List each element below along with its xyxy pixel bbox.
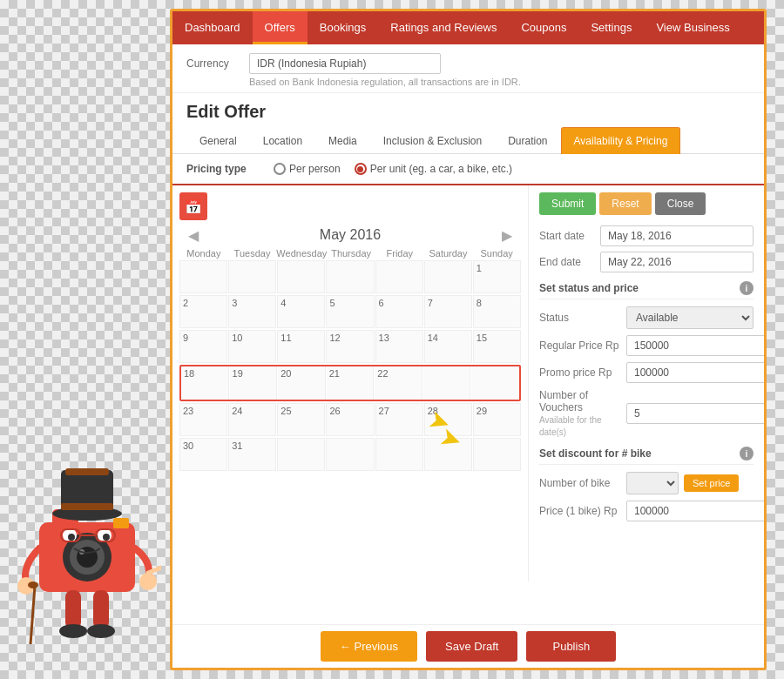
regular-price-input[interactable]	[626, 335, 764, 356]
footer-bar: ← Previous Save Draft Publish	[172, 624, 764, 668]
close-button[interactable]: Close	[655, 192, 706, 215]
status-section-header: Set status and price i	[539, 281, 754, 299]
cal-cell-highlighted[interactable]: 20	[278, 366, 326, 400]
nav-bar: Dashboard Offers Bookings Ratings and Re…	[172, 11, 764, 44]
svg-point-23	[59, 624, 87, 638]
calendar-week-2: 2 3 4 5 6 7 8	[179, 295, 521, 328]
status-section-badge: i	[740, 281, 754, 295]
nav-ratings[interactable]: Ratings and Reviews	[378, 11, 509, 44]
svg-point-9	[68, 534, 75, 541]
tab-media[interactable]: Media	[315, 127, 370, 154]
tab-inclusion-exclusion[interactable]: Inclusion & Exclusion	[370, 127, 495, 154]
tab-availability-pricing[interactable]: Availability & Pricing	[561, 127, 681, 154]
calendar-header: ◀ May 2016 ▶	[179, 227, 521, 243]
status-row: Status Available	[539, 306, 754, 329]
cal-cell[interactable]: 4	[277, 295, 325, 328]
radio-per-person[interactable]: Per person	[274, 163, 341, 175]
nav-coupons[interactable]: Coupons	[509, 11, 578, 44]
tab-duration[interactable]: Duration	[495, 127, 560, 154]
status-section-title: Set status and price	[539, 282, 639, 294]
cal-cell[interactable]	[228, 260, 276, 293]
cal-cell[interactable]: 6	[375, 295, 423, 328]
discount-section-badge: i	[740, 447, 754, 461]
nav-settings[interactable]: Settings	[578, 11, 644, 44]
cal-cell[interactable]: 8	[473, 295, 521, 328]
cal-cell[interactable]	[473, 438, 521, 471]
cal-cell[interactable]: 23	[179, 403, 227, 436]
cal-cell[interactable]	[326, 438, 374, 471]
cal-cell[interactable]: 30	[179, 438, 227, 471]
previous-button[interactable]: ← Previous	[321, 631, 417, 662]
cal-cell[interactable]: 9	[179, 330, 227, 363]
tab-location[interactable]: Location	[250, 127, 315, 154]
cal-cell[interactable]: 11	[277, 330, 325, 363]
start-date-input[interactable]	[600, 225, 754, 246]
cal-cell[interactable]	[326, 260, 374, 293]
start-date-row: Start date	[539, 225, 754, 246]
cal-cell[interactable]: 14	[424, 330, 472, 363]
cal-cell[interactable]	[179, 260, 227, 293]
cal-cell[interactable]: 12	[326, 330, 374, 363]
cal-cell[interactable]: 31	[228, 438, 276, 471]
cal-cell[interactable]: 2	[179, 295, 227, 328]
status-label: Status	[539, 312, 626, 324]
currency-label: Currency	[186, 57, 239, 70]
publish-button[interactable]: Publish	[526, 631, 616, 662]
end-date-input[interactable]	[600, 252, 754, 272]
cal-cell[interactable]: 7	[424, 295, 472, 328]
svg-rect-6	[113, 518, 129, 528]
currency-note: Based on Bank Indonesia regulation, all …	[186, 77, 750, 87]
nav-view-business[interactable]: View Business	[644, 11, 741, 44]
cal-cell[interactable]: 3	[228, 295, 276, 328]
promo-price-input[interactable]	[626, 362, 764, 383]
cal-cell[interactable]: 15	[473, 330, 521, 363]
price-bike-label: Price (1 bike) Rp	[539, 505, 626, 517]
submit-button[interactable]: Submit	[539, 192, 596, 215]
cal-cell[interactable]: 5	[326, 295, 374, 328]
cal-cell[interactable]: 13	[375, 330, 423, 363]
cal-cell[interactable]	[423, 366, 471, 400]
cal-cell[interactable]	[424, 260, 472, 293]
cal-cell[interactable]	[375, 438, 423, 471]
cal-cell[interactable]: 10	[228, 330, 276, 363]
calendar-week-4-highlighted: 18 19 20 21 22	[179, 365, 521, 401]
reset-button[interactable]: Reset	[599, 192, 651, 215]
nav-offers[interactable]: Offers	[253, 11, 308, 44]
price-bike-row: Price (1 bike) Rp per bike	[539, 501, 754, 521]
calendar-week-3: 9 10 11 12 13 14 15	[179, 330, 521, 363]
cal-cell[interactable]	[277, 260, 325, 293]
cal-cell-highlighted[interactable]: 18	[181, 366, 229, 400]
calendar-prev-button[interactable]: ◀	[188, 227, 199, 244]
tab-general[interactable]: General	[186, 127, 250, 154]
cal-cell-highlighted[interactable]: 21	[327, 366, 375, 400]
cal-cell[interactable]	[375, 260, 423, 293]
day-friday: Friday	[375, 248, 424, 259]
day-wednesday: Wednesday	[276, 248, 327, 259]
price-bike-input[interactable]	[626, 501, 764, 521]
cal-cell[interactable]	[471, 366, 519, 400]
cal-cell[interactable]: 26	[326, 403, 374, 436]
cal-cell[interactable]: 24	[228, 403, 276, 436]
num-bike-select[interactable]	[626, 472, 679, 494]
cal-cell[interactable]	[277, 438, 325, 471]
save-draft-button[interactable]: Save Draft	[426, 631, 517, 662]
cal-cell-highlighted[interactable]: 22	[375, 366, 422, 400]
svg-point-10	[103, 534, 110, 541]
nav-bookings[interactable]: Bookings	[308, 11, 378, 44]
main-container: Dashboard Offers Bookings Ratings and Re…	[170, 9, 767, 670]
cal-cell[interactable]: 1	[473, 260, 521, 293]
cal-cell[interactable]: 27	[375, 403, 423, 436]
num-bike-label: Number of bike	[539, 477, 626, 489]
cal-cell-highlighted[interactable]: 19	[230, 366, 278, 400]
cal-cell[interactable]: 25	[277, 403, 325, 436]
nav-dashboard[interactable]: Dashboard	[172, 11, 253, 44]
set-price-button[interactable]: Set price	[684, 474, 739, 492]
vouchers-input[interactable]	[626, 403, 764, 424]
calendar-month-year: May 2016	[320, 227, 381, 243]
status-select[interactable]: Available	[626, 306, 754, 329]
currency-input[interactable]	[249, 53, 441, 74]
calendar-next-button[interactable]: ▶	[502, 227, 512, 244]
radio-per-unit[interactable]: Per unit (eg. a car, a bike, etc.)	[355, 163, 512, 175]
cal-cell[interactable]: 29	[473, 403, 521, 436]
day-saturday: Saturday	[424, 248, 473, 259]
